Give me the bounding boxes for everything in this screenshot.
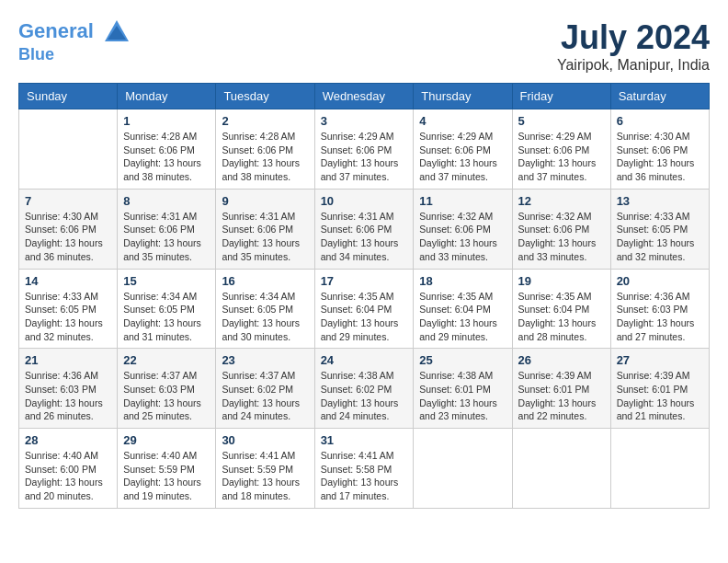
- day-number: 9: [222, 194, 308, 208]
- weekday-friday: Friday: [512, 84, 610, 109]
- day-number: 24: [321, 353, 408, 367]
- day-number: 7: [25, 194, 111, 208]
- calendar-cell: 15Sunrise: 4:34 AMSunset: 6:05 PMDayligh…: [118, 269, 216, 349]
- calendar-cell: 28Sunrise: 4:40 AMSunset: 6:00 PMDayligh…: [19, 429, 118, 509]
- day-info: Sunrise: 4:36 AMSunset: 6:03 PMDaylight:…: [25, 369, 111, 423]
- calendar-cell: 16Sunrise: 4:34 AMSunset: 6:05 PMDayligh…: [216, 269, 314, 349]
- weekday-wednesday: Wednesday: [314, 84, 414, 109]
- day-info: Sunrise: 4:29 AMSunset: 6:06 PMDaylight:…: [321, 130, 408, 184]
- weekday-thursday: Thursday: [414, 84, 512, 109]
- calendar-cell: 30Sunrise: 4:41 AMSunset: 5:59 PMDayligh…: [216, 429, 314, 509]
- weekday-saturday: Saturday: [610, 84, 709, 109]
- day-number: 21: [25, 353, 111, 367]
- day-info: Sunrise: 4:33 AMSunset: 6:05 PMDaylight:…: [617, 210, 703, 264]
- day-number: 31: [321, 433, 408, 447]
- day-number: 19: [518, 274, 605, 288]
- day-number: 3: [321, 114, 408, 128]
- day-info: Sunrise: 4:35 AMSunset: 6:04 PMDaylight:…: [321, 290, 408, 344]
- calendar-cell: [19, 109, 118, 190]
- day-number: 8: [123, 194, 210, 208]
- week-row-5: 28Sunrise: 4:40 AMSunset: 6:00 PMDayligh…: [19, 429, 710, 509]
- calendar-cell: 11Sunrise: 4:32 AMSunset: 6:06 PMDayligh…: [414, 189, 512, 269]
- day-number: 15: [123, 274, 210, 288]
- day-number: 13: [617, 194, 703, 208]
- calendar-cell: [512, 429, 610, 509]
- day-info: Sunrise: 4:34 AMSunset: 6:05 PMDaylight:…: [222, 290, 308, 344]
- day-info: Sunrise: 4:30 AMSunset: 6:06 PMDaylight:…: [25, 210, 111, 264]
- calendar-cell: 19Sunrise: 4:35 AMSunset: 6:04 PMDayligh…: [512, 269, 610, 349]
- day-number: 10: [321, 194, 408, 208]
- day-info: Sunrise: 4:36 AMSunset: 6:03 PMDaylight:…: [617, 290, 703, 344]
- week-row-3: 14Sunrise: 4:33 AMSunset: 6:05 PMDayligh…: [19, 269, 710, 349]
- day-number: 2: [222, 114, 308, 128]
- day-number: 11: [419, 194, 506, 208]
- calendar-cell: 13Sunrise: 4:33 AMSunset: 6:05 PMDayligh…: [610, 189, 709, 269]
- day-number: 1: [123, 114, 210, 128]
- day-info: Sunrise: 4:40 AMSunset: 5:59 PMDaylight:…: [123, 449, 210, 503]
- weekday-monday: Monday: [118, 84, 216, 109]
- calendar-cell: 5Sunrise: 4:29 AMSunset: 6:06 PMDaylight…: [512, 109, 610, 190]
- page-header: General Blue July 2024 Yairipok, Manipur…: [18, 18, 710, 74]
- day-number: 28: [25, 433, 111, 447]
- calendar-cell: 21Sunrise: 4:36 AMSunset: 6:03 PMDayligh…: [19, 349, 118, 429]
- month-year: July 2024: [557, 18, 710, 57]
- calendar-cell: 23Sunrise: 4:37 AMSunset: 6:02 PMDayligh…: [216, 349, 314, 429]
- calendar-cell: 18Sunrise: 4:35 AMSunset: 6:04 PMDayligh…: [414, 269, 512, 349]
- calendar-cell: 7Sunrise: 4:30 AMSunset: 6:06 PMDaylight…: [19, 189, 118, 269]
- day-info: Sunrise: 4:28 AMSunset: 6:06 PMDaylight:…: [123, 130, 210, 184]
- day-info: Sunrise: 4:31 AMSunset: 6:06 PMDaylight:…: [123, 210, 210, 264]
- calendar-cell: 29Sunrise: 4:40 AMSunset: 5:59 PMDayligh…: [118, 429, 216, 509]
- calendar-cell: 26Sunrise: 4:39 AMSunset: 6:01 PMDayligh…: [512, 349, 610, 429]
- day-info: Sunrise: 4:35 AMSunset: 6:04 PMDaylight:…: [419, 290, 506, 344]
- day-info: Sunrise: 4:32 AMSunset: 6:06 PMDaylight:…: [419, 210, 506, 264]
- calendar-cell: 6Sunrise: 4:30 AMSunset: 6:06 PMDaylight…: [610, 109, 709, 190]
- day-info: Sunrise: 4:33 AMSunset: 6:05 PMDaylight:…: [25, 290, 111, 344]
- day-info: Sunrise: 4:31 AMSunset: 6:06 PMDaylight:…: [222, 210, 308, 264]
- day-info: Sunrise: 4:30 AMSunset: 6:06 PMDaylight:…: [617, 130, 703, 184]
- day-number: 30: [222, 433, 308, 447]
- day-number: 22: [123, 353, 210, 367]
- calendar-cell: 12Sunrise: 4:32 AMSunset: 6:06 PMDayligh…: [512, 189, 610, 269]
- calendar-cell: 17Sunrise: 4:35 AMSunset: 6:04 PMDayligh…: [314, 269, 414, 349]
- day-number: 5: [518, 114, 605, 128]
- day-number: 4: [419, 114, 506, 128]
- calendar-cell: 4Sunrise: 4:29 AMSunset: 6:06 PMDaylight…: [414, 109, 512, 190]
- day-info: Sunrise: 4:38 AMSunset: 6:01 PMDaylight:…: [419, 369, 506, 423]
- day-info: Sunrise: 4:34 AMSunset: 6:05 PMDaylight:…: [123, 290, 210, 344]
- day-info: Sunrise: 4:37 AMSunset: 6:03 PMDaylight:…: [123, 369, 210, 423]
- weekday-sunday: Sunday: [19, 84, 118, 109]
- day-info: Sunrise: 4:32 AMSunset: 6:06 PMDaylight:…: [518, 210, 605, 264]
- calendar-cell: 24Sunrise: 4:38 AMSunset: 6:02 PMDayligh…: [314, 349, 414, 429]
- calendar-cell: 2Sunrise: 4:28 AMSunset: 6:06 PMDaylight…: [216, 109, 314, 190]
- logo: General Blue: [18, 18, 131, 64]
- calendar-cell: 22Sunrise: 4:37 AMSunset: 6:03 PMDayligh…: [118, 349, 216, 429]
- day-number: 14: [25, 274, 111, 288]
- calendar-cell: 9Sunrise: 4:31 AMSunset: 6:06 PMDaylight…: [216, 189, 314, 269]
- day-number: 26: [518, 353, 605, 367]
- calendar-cell: 8Sunrise: 4:31 AMSunset: 6:06 PMDaylight…: [118, 189, 216, 269]
- day-number: 27: [617, 353, 703, 367]
- weekday-header-row: SundayMondayTuesdayWednesdayThursdayFrid…: [19, 84, 710, 109]
- day-number: 20: [617, 274, 703, 288]
- day-number: 6: [617, 114, 703, 128]
- day-info: Sunrise: 4:39 AMSunset: 6:01 PMDaylight:…: [518, 369, 605, 423]
- calendar-cell: 1Sunrise: 4:28 AMSunset: 6:06 PMDaylight…: [118, 109, 216, 190]
- day-number: 29: [123, 433, 210, 447]
- calendar-cell: [610, 429, 709, 509]
- day-number: 17: [321, 274, 408, 288]
- week-row-4: 21Sunrise: 4:36 AMSunset: 6:03 PMDayligh…: [19, 349, 710, 429]
- weekday-tuesday: Tuesday: [216, 84, 314, 109]
- week-row-2: 7Sunrise: 4:30 AMSunset: 6:06 PMDaylight…: [19, 189, 710, 269]
- calendar-cell: 10Sunrise: 4:31 AMSunset: 6:06 PMDayligh…: [314, 189, 414, 269]
- logo-text: General: [18, 18, 131, 46]
- calendar-cell: [414, 429, 512, 509]
- day-number: 12: [518, 194, 605, 208]
- calendar-cell: 3Sunrise: 4:29 AMSunset: 6:06 PMDaylight…: [314, 109, 414, 190]
- day-number: 18: [419, 274, 506, 288]
- day-info: Sunrise: 4:31 AMSunset: 6:06 PMDaylight:…: [321, 210, 408, 264]
- logo-subtext: Blue: [18, 46, 131, 64]
- title-block: July 2024 Yairipok, Manipur, India: [557, 18, 710, 74]
- day-info: Sunrise: 4:29 AMSunset: 6:06 PMDaylight:…: [419, 130, 506, 184]
- day-info: Sunrise: 4:38 AMSunset: 6:02 PMDaylight:…: [321, 369, 408, 423]
- day-info: Sunrise: 4:40 AMSunset: 6:00 PMDaylight:…: [25, 449, 111, 503]
